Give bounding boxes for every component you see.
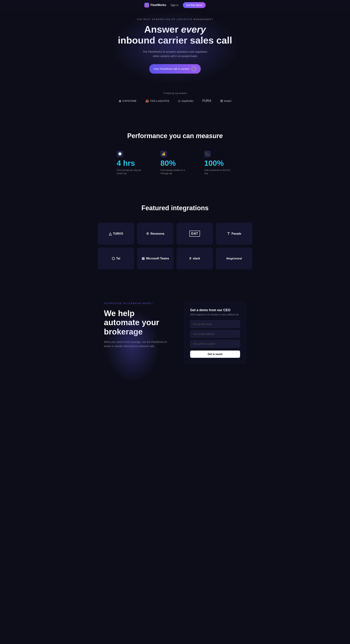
integration-slack: # slack [176, 248, 213, 270]
hero-title-part2: inbound carrier sales call [118, 35, 232, 46]
perf-title-part1: Performance you can [127, 132, 196, 140]
metric-savings-value: 80% [160, 160, 190, 167]
headphones-icon: 🎧 [191, 66, 196, 72]
clock-icon: 🕐 [117, 151, 123, 157]
slack-name: # slack [189, 256, 200, 260]
integrations-grid: △ TURVO ® Revenova DAT ⊤ Parade ⬡ Ta [93, 223, 257, 270]
integration-tai: ⬡ Tai [98, 248, 134, 270]
metric-hours-desc: Time savings per day per carrier rep [117, 168, 146, 175]
teams-name: ⊞ Microsoft Teams [142, 256, 169, 261]
hero-cta-label: Hear FleetWorks talk to carriers [154, 68, 190, 70]
integrations-title: Featured integrations [4, 204, 346, 212]
turvo-name: △ TURVO [109, 232, 123, 236]
hero-title-part1: Answer [144, 24, 181, 34]
integrations-section: Featured integrations △ TURVO ® Revenova… [0, 190, 350, 284]
contact-eyebrow: INTERESTED IN LEARNING MORE? [104, 302, 170, 304]
integration-dat: DAT [176, 223, 213, 245]
get-free-demo-button[interactable]: Get free demo [183, 2, 206, 8]
perf-title-em: measure [196, 132, 223, 140]
metric-hours: 🕐 4 hrs Time savings per day per carrier… [117, 151, 146, 175]
teams-icon: ⊞ [142, 256, 145, 261]
hero-cta-button[interactable]: Hear FleetWorks talk to carriers 🎧 [149, 64, 201, 74]
metric-calls-desc: Calls answered on the first ring [204, 168, 233, 175]
dollar-icon: 💰 [160, 151, 167, 157]
capstone-name: CAPSTONE [122, 100, 137, 102]
hero-eyebrow: THE NEXT GENERATION OF LOGISTICS MANAGEM… [0, 18, 350, 20]
trusted-label: Trusted by top brokers [4, 92, 346, 94]
parade-name: ⊤ Parade [227, 232, 241, 236]
performance-title: Performance you can measure [4, 132, 346, 140]
hero-subtitle: The FleetWorks AI answers questions and … [140, 50, 210, 58]
metric-calls-value: 100% [204, 160, 233, 167]
integration-revenova: ® Revenova [137, 223, 174, 245]
form-phone-input[interactable] [190, 340, 240, 348]
form-email-input[interactable] [190, 330, 240, 338]
logo-capstone: ◈ CAPSTONE [119, 99, 137, 103]
fox-name: FOX LoGisTiCS [150, 100, 169, 102]
logo-loadsi: ⊞ loadsi [220, 99, 231, 103]
revenova-icon: ® [146, 232, 149, 236]
form-subtitle: He'll respond in 10 minutes or less (wit… [190, 313, 240, 316]
contact-section: INTERESTED IN LEARNING MORE? We help aut… [0, 284, 350, 382]
form-title: Get a demo from our CEO [190, 308, 240, 312]
fox-icon: 🦊 [145, 99, 149, 103]
signin-link[interactable]: Sign in [171, 4, 178, 6]
logo-fura: FURA [202, 99, 211, 103]
hero-title: Answer every inbound carrier sales call [0, 24, 350, 46]
performance-section: Performance you can measure 🕐 4 hrs Time… [0, 118, 350, 190]
contact-desc: When you need to find coverage, use the … [104, 340, 170, 348]
integration-teams: ⊞ Microsoft Teams [137, 248, 174, 270]
form-name-input[interactable] [190, 320, 240, 328]
contact-left: INTERESTED IN LEARNING MORE? We help aut… [104, 302, 170, 348]
logo-wayfinder: ◇ wayfinder [178, 99, 193, 103]
turvo-icon: △ [109, 232, 112, 236]
integration-ringcentral: RingCentral [216, 248, 252, 270]
wayfinder-icon: ◇ [178, 99, 180, 103]
integration-parade: ⊤ Parade [216, 223, 252, 245]
metric-savings: 💰 80% Cost savings relative to a Chicago… [160, 151, 190, 175]
trusted-section: Trusted by top brokers ◈ CAPSTONE 🦊 FOX … [0, 84, 350, 118]
capstone-icon: ◈ [119, 99, 121, 103]
logo-fox-logistics: 🦊 FOX LoGisTiCS [145, 99, 169, 103]
logo-text: FleetWorks [151, 4, 166, 7]
contact-title: We help automate your brokerage [104, 309, 170, 336]
integration-turvo: △ TURVO [98, 223, 134, 245]
tai-name: ⬡ Tai [112, 256, 120, 261]
dat-name: DAT [189, 231, 200, 237]
trusted-logos-list: ◈ CAPSTONE 🦊 FOX LoGisTiCS ◇ wayfinder F… [4, 99, 346, 103]
metric-calls: 📞 100% Calls answered on the first ring [204, 151, 233, 175]
slack-icon: # [189, 256, 191, 260]
loadsi-icon: ⊞ [220, 99, 223, 103]
nav-logo: 🚀 FleetWorks [144, 3, 166, 8]
fura-name: FURA [202, 99, 211, 103]
metric-hours-value: 4 hrs [117, 160, 146, 167]
navigation: 🚀 FleetWorks Sign in Get free demo [0, 0, 350, 10]
wayfinder-name: wayfinder [182, 100, 193, 102]
form-submit-button[interactable]: Get in touch [190, 350, 240, 358]
tai-icon: ⬡ [112, 256, 115, 261]
metrics-list: 🕐 4 hrs Time savings per day per carrier… [93, 151, 257, 175]
parade-icon: ⊤ [227, 232, 230, 236]
phone-icon: 📞 [204, 151, 211, 157]
metric-savings-desc: Cost savings relative to a Chicago rep [160, 168, 190, 175]
revenova-name: ® Revenova [146, 232, 164, 236]
logo-icon: 🚀 [144, 3, 149, 8]
contact-form-card: Get a demo from our CEO He'll respond in… [184, 302, 246, 364]
dat-logo: DAT [189, 231, 200, 237]
ringcentral-name: RingCentral [226, 257, 242, 260]
loadsi-name: loadsi [224, 100, 231, 102]
hero-title-em: every [181, 24, 206, 34]
hero-section: THE NEXT GENERATION OF LOGISTICS MANAGEM… [0, 0, 350, 84]
